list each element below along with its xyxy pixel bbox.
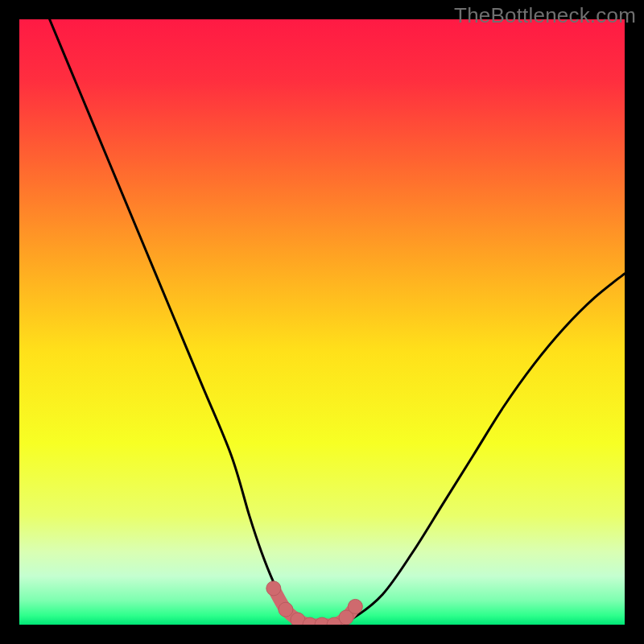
plot-area [19, 19, 625, 625]
highlight-dot [266, 581, 281, 596]
bottleneck-chart [19, 19, 625, 625]
highlight-dot [279, 602, 293, 617]
chart-frame: TheBottleneck.com [0, 0, 644, 644]
highlight-dot [348, 599, 362, 613]
gradient-background [19, 19, 625, 625]
